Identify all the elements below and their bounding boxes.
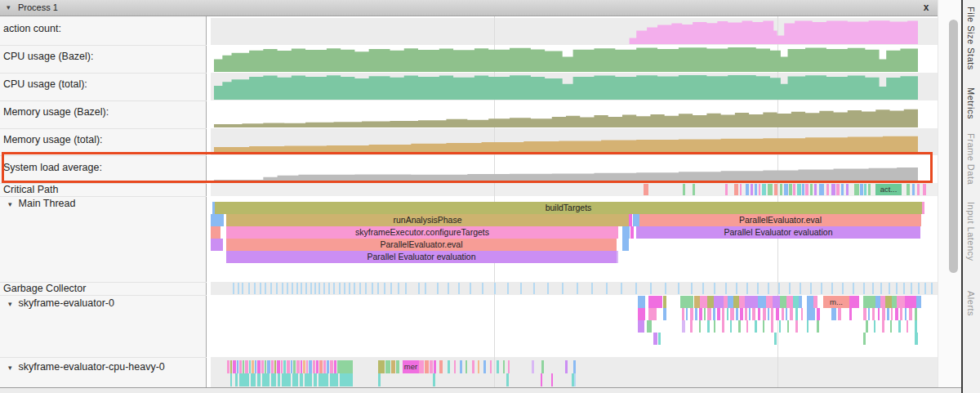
critical-path-event[interactable]: [854, 184, 859, 195]
gc-event[interactable]: [323, 283, 325, 294]
counter-chart-cpu_bazel[interactable]: [214, 47, 918, 72]
critical-path-event[interactable]: [774, 184, 777, 195]
evaluator-slice[interactable]: [746, 320, 748, 333]
cpu-heavy-slice[interactable]: [301, 360, 302, 373]
evaluator-slice[interactable]: [849, 308, 852, 320]
cpu-heavy-slice[interactable]: [391, 360, 395, 373]
critical-path-event[interactable]: [644, 184, 648, 195]
critical-path-event[interactable]: [917, 184, 920, 195]
gc-event[interactable]: [405, 283, 407, 294]
evaluator-slice[interactable]: [872, 308, 875, 320]
gc-event[interactable]: [714, 283, 715, 294]
main-thread-slice[interactable]: [617, 251, 618, 263]
main-thread-slice[interactable]: Parallel Evaluator evaluation: [636, 226, 920, 239]
critical-path-event[interactable]: [762, 184, 766, 195]
track-collapse-caret-icon[interactable]: ▾: [8, 200, 12, 208]
evaluator-slice[interactable]: [695, 308, 697, 320]
evaluator-slice[interactable]: [745, 296, 758, 308]
cpu-heavy-slice[interactable]: [490, 360, 492, 373]
critical-path-event[interactable]: [734, 184, 738, 195]
gc-event[interactable]: [547, 283, 549, 294]
critical-path-event[interactable]: [923, 184, 926, 195]
main-thread-slice[interactable]: [622, 226, 630, 239]
evaluator-slice[interactable]: [890, 320, 892, 333]
track-label[interactable]: Garbage Collector: [3, 283, 86, 294]
evaluator-slice[interactable]: [885, 296, 892, 308]
cpu-heavy-slice[interactable]: [327, 360, 329, 373]
evaluator-slice[interactable]: [766, 296, 773, 308]
evaluator-slice[interactable]: [682, 308, 684, 320]
critical-path-event[interactable]: [912, 184, 915, 195]
gc-event[interactable]: [265, 283, 266, 294]
cpu-heavy-slice[interactable]: [239, 360, 242, 373]
gc-event[interactable]: [665, 283, 666, 294]
critical-path-event[interactable]: [802, 184, 804, 195]
cpu-heavy-slice[interactable]: [245, 360, 248, 373]
evaluator-slice[interactable]: [817, 308, 820, 320]
evaluator-slice[interactable]: [771, 320, 773, 333]
gc-event[interactable]: [301, 283, 302, 294]
cpu-heavy-slice[interactable]: [271, 373, 276, 386]
main-thread-slice[interactable]: Parallel Evaluator evaluation: [226, 251, 617, 263]
evaluator-slice[interactable]: [782, 308, 784, 320]
gc-event[interactable]: [853, 283, 854, 294]
gc-event[interactable]: [310, 283, 312, 294]
evaluator-slice[interactable]: [749, 308, 751, 320]
evaluator-slice[interactable]: [882, 308, 885, 320]
evaluator-slice[interactable]: [730, 320, 732, 333]
cpu-heavy-slice[interactable]: [230, 373, 232, 386]
gc-event[interactable]: [418, 283, 420, 294]
gc-event[interactable]: [305, 283, 307, 294]
evaluator-slice[interactable]: [647, 320, 652, 333]
main-thread-slice[interactable]: skyframeExecutor.configureTargets: [226, 226, 618, 239]
critical-path-event[interactable]: [846, 184, 849, 195]
evaluator-slice[interactable]: [773, 296, 780, 308]
gc-event[interactable]: [248, 283, 250, 294]
gc-event[interactable]: [911, 283, 912, 294]
evaluator-slice[interactable]: [699, 320, 701, 333]
critical-path-event[interactable]: [797, 184, 801, 195]
track-label[interactable]: ▾skyframe-evaluator-cpu-heavy-0: [8, 361, 165, 373]
gc-event[interactable]: [562, 283, 564, 294]
cpu-heavy-slice[interactable]: [257, 373, 261, 386]
evaluator-slice[interactable]: [717, 308, 720, 320]
cpu-heavy-slice[interactable]: [454, 360, 456, 373]
cpu-heavy-slice[interactable]: [300, 373, 303, 386]
gc-event[interactable]: [354, 283, 355, 294]
evaluator-slice[interactable]: [849, 296, 859, 308]
evaluator-slice[interactable]: [807, 308, 815, 320]
cpu-heavy-slice[interactable]: [532, 360, 534, 373]
cpu-heavy-slice[interactable]: [419, 360, 424, 373]
counter-chart-action_count[interactable]: [214, 20, 918, 44]
critical-path-event[interactable]: [683, 184, 685, 195]
gc-event[interactable]: [821, 283, 822, 294]
gc-event[interactable]: [296, 283, 298, 294]
critical-path-event[interactable]: [836, 184, 840, 195]
cpu-heavy-slice[interactable]: [274, 360, 276, 373]
cpu-heavy-slice[interactable]: [434, 360, 436, 373]
vertical-scrollbar[interactable]: [938, 0, 961, 387]
cpu-heavy-slice[interactable]: [330, 373, 338, 386]
evaluator-slice[interactable]: [790, 308, 793, 320]
evaluator-slice[interactable]: [722, 320, 724, 333]
gc-event[interactable]: [725, 283, 727, 294]
cpu-heavy-slice[interactable]: [439, 360, 443, 373]
evaluator-slice[interactable]: [793, 296, 799, 308]
evaluator-slice[interactable]: [658, 333, 661, 345]
cpu-heavy-slice[interactable]: [278, 373, 280, 386]
gc-event[interactable]: [359, 283, 361, 294]
gc-event[interactable]: [458, 283, 460, 294]
evaluator-slice[interactable]: [728, 296, 733, 308]
gc-event[interactable]: [810, 283, 812, 294]
cpu-heavy-slice[interactable]: [313, 360, 315, 373]
gc-event[interactable]: [635, 283, 637, 294]
cpu-heavy-slice[interactable]: [497, 360, 499, 373]
evaluator-slice[interactable]: [795, 308, 798, 320]
evaluator-slice[interactable]: [755, 320, 757, 333]
evaluator-slice[interactable]: [648, 308, 657, 320]
evaluator-slice[interactable]: [722, 308, 724, 320]
critical-path-event[interactable]: [768, 184, 773, 195]
evaluator-slice[interactable]: [780, 296, 786, 308]
horizontal-scrollbar[interactable]: [0, 387, 961, 393]
close-icon[interactable]: x: [920, 2, 932, 15]
